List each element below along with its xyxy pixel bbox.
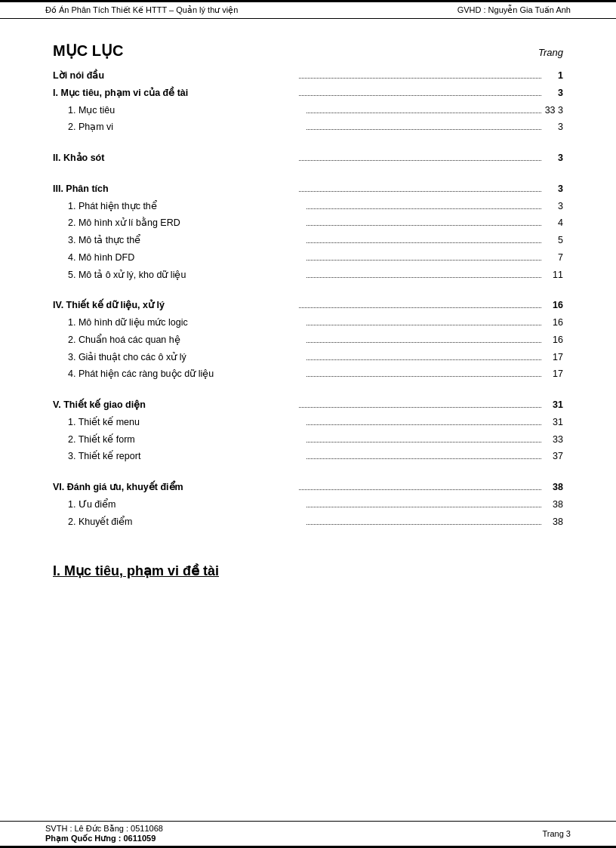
toc-entry: I. Mục tiêu, phạm vi của đề tài 3 [53, 86, 563, 100]
toc-entry: 2. Phạm vi 3 [53, 120, 563, 134]
header-right: GVHD : Nguyễn Gia Tuấn Anh [457, 5, 571, 15]
page-num: 16 [544, 333, 563, 347]
page-num: 3 [544, 151, 563, 165]
section-gap [53, 168, 563, 182]
toc-entry: IV. Thiết kế dữ liệu, xử lý 16 [53, 298, 563, 313]
footer-svth2: Phạm Quốc Hưng : 0611059 [45, 834, 163, 843]
toc-entry: 4. Mô hình DFD 7 [53, 251, 563, 265]
entry-label: 3. Thiết kế report [68, 449, 303, 464]
dots [306, 359, 542, 360]
page-num: 16 [544, 316, 563, 330]
dots [306, 260, 542, 261]
dots [299, 407, 542, 408]
entry-label: II. Khảo sót [53, 151, 296, 165]
dots [306, 113, 542, 113]
entry-label: 4. Mô hình DFD [68, 251, 303, 265]
page-num: 3 [544, 86, 563, 100]
entry-label: 2. Chuẩn hoá các quan hệ [68, 333, 303, 347]
toc-entry: 5. Mô tả ô xử lý, kho dữ liệu 11 [53, 268, 563, 282]
page-num: 11 [544, 268, 563, 282]
dots [306, 376, 542, 377]
page-num: 3 [544, 182, 563, 196]
toc-title: MỤC LỤC [53, 42, 123, 60]
footer-page-number: Trang 3 [542, 829, 571, 838]
toc-entry: 1. Mô hình dữ liệu mức logic 16 [53, 316, 563, 330]
page-num: 33 3 [544, 103, 563, 118]
entry-label: 2. Khuyết điểm [68, 515, 303, 529]
toc-entry: 2. Chuẩn hoá các quan hệ 16 [53, 333, 563, 347]
toc-entry: 4. Phát hiện các ràng buộc dữ liệu 17 [53, 367, 563, 381]
page-num: 7 [544, 251, 563, 265]
header-left: Đồ Án Phân Tích Thiết Kế HTTT – Quản lý … [45, 5, 238, 15]
header: Đồ Án Phân Tích Thiết Kế HTTT – Quản lý … [0, 0, 616, 19]
page-num: 5 [544, 233, 563, 248]
page-num: 3 [544, 199, 563, 214]
toc-entry: 2. Khuyết điểm 38 [53, 515, 563, 529]
bottom-section: I. Mục tiêu, phạm vi đề tài [53, 551, 563, 579]
page-num: 31 [544, 415, 563, 430]
dots [306, 524, 542, 525]
page-num: 3 [544, 120, 563, 134]
page-num: 1 [544, 69, 563, 83]
page: Đồ Án Phân Tích Thiết Kế HTTT – Quản lý … [0, 0, 616, 848]
dots [306, 507, 542, 507]
dots [306, 208, 542, 209]
toc-entry: II. Khảo sót 3 [53, 151, 563, 165]
entry-label: III. Phân tích [53, 182, 296, 196]
dots [299, 160, 542, 161]
entry-label: 1. Mô hình dữ liệu mức logic [68, 316, 303, 330]
toc-entry: 2. Thiết kế form 33 [53, 433, 563, 447]
toc-entry: VI. Đánh giá ưu, khuyết điểm 38 [53, 480, 563, 495]
entry-label: 3. Giải thuật cho các ô xử lý [68, 350, 303, 365]
dots [299, 489, 542, 490]
entry-label: 2. Phạm vi [68, 120, 303, 134]
footer-left: SVTH : Lê Đức Bằng : 0511068 Phạm Quốc H… [45, 824, 163, 843]
section-gap [53, 137, 563, 151]
toc-entry: III. Phân tích 3 [53, 182, 563, 196]
entry-label: 1. Mục tiêu [68, 103, 303, 118]
entry-label: I. Mục tiêu, phạm vi của đề tài [53, 86, 296, 100]
entry-label: 2. Mô hình xử lí bằng ERD [68, 216, 303, 230]
entry-label: 3. Mô tả thực thể [68, 233, 303, 248]
dots [306, 442, 542, 443]
toc-entry: 2. Mô hình xử lí bằng ERD 4 [53, 216, 563, 230]
page-num: 38 [544, 515, 563, 529]
page-num: 17 [544, 350, 563, 365]
page-num: 33 [544, 433, 563, 447]
entry-label: IV. Thiết kế dữ liệu, xử lý [53, 298, 296, 313]
entry-label: 1. Thiết kế menu [68, 415, 303, 430]
dots [306, 342, 542, 343]
dots [306, 277, 542, 278]
dots [299, 95, 542, 96]
toc-entry: 1. Phát hiện thực thể 3 [53, 199, 563, 214]
dots [306, 458, 542, 459]
entry-label: V. Thiết kế giao diện [53, 398, 296, 412]
dots [299, 78, 542, 79]
entry-label: 4. Phát hiện các ràng buộc dữ liệu [68, 367, 303, 381]
entry-label: Lời nói đầu [53, 69, 296, 83]
toc-entry: 1. Mục tiêu 33 3 [53, 103, 563, 118]
entry-label: 2. Thiết kế form [68, 433, 303, 447]
toc-entry: 3. Mô tả thực thể 5 [53, 233, 563, 248]
page-num: 4 [544, 216, 563, 230]
footer-svth1: SVTH : Lê Đức Bằng : 0511068 [45, 824, 163, 834]
toc-list: Lời nói đầu 1 I. Mục tiêu, phạm vi của đ… [53, 69, 563, 529]
page-num: 38 [544, 498, 563, 512]
page-num: 17 [544, 367, 563, 381]
toc-entry: Lời nói đầu 1 [53, 69, 563, 83]
entry-label: 1. Ưu điểm [68, 498, 303, 512]
toc-entry: 3. Giải thuật cho các ô xử lý 17 [53, 350, 563, 365]
toc-title-row: MỤC LỤC Trang [53, 42, 563, 60]
section-gap [53, 285, 563, 298]
dots [299, 191, 542, 192]
page-num: 31 [544, 398, 563, 412]
dots [299, 307, 542, 308]
dots [306, 424, 542, 425]
bottom-section-title: I. Mục tiêu, phạm vi đề tài [53, 563, 563, 579]
entry-label: VI. Đánh giá ưu, khuyết điểm [53, 480, 296, 495]
page-num: 37 [544, 449, 563, 464]
section-gap [53, 384, 563, 398]
page-num: 38 [544, 480, 563, 495]
toc-entry: 1. Ưu điểm 38 [53, 498, 563, 512]
main-content: MỤC LỤC Trang Lời nói đầu 1 I. Mục tiêu,… [0, 19, 616, 606]
